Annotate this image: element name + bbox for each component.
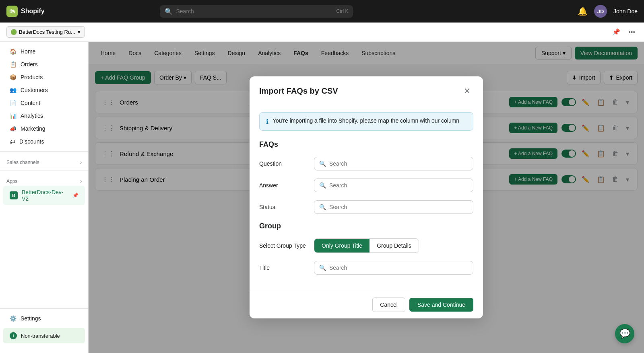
chat-icon: 💬 bbox=[619, 328, 630, 339]
title-field[interactable]: 🔍 bbox=[314, 261, 473, 275]
sidebar-divider-2 bbox=[0, 170, 88, 170]
question-label: Question bbox=[259, 160, 308, 167]
marketing-icon: 📣 bbox=[10, 125, 17, 132]
sidebar-label-customers: Customers bbox=[21, 87, 48, 93]
modal-body: ℹ You're importing a file into Shopify. … bbox=[250, 104, 483, 291]
sidebar-bottom: ⚙️ Settings i Non-transferable bbox=[0, 308, 88, 350]
sidebar-label-marketing: Marketing bbox=[21, 125, 45, 132]
faqs-section-title: FAQs bbox=[259, 140, 473, 149]
discounts-icon: 🏷 bbox=[10, 138, 15, 145]
info-icon: i bbox=[10, 332, 17, 339]
sidebar-item-orders[interactable]: 📋 Orders bbox=[3, 58, 85, 71]
sidebar-label-content: Content bbox=[21, 100, 40, 106]
modal-overlay: Import FAQs by CSV ✕ ℹ You're importing … bbox=[89, 42, 644, 353]
answer-search-icon: 🔍 bbox=[319, 182, 326, 189]
question-input[interactable] bbox=[329, 160, 468, 167]
top-right-actions: 🔔 JD John Doe bbox=[578, 5, 638, 18]
sidebar-item-customers[interactable]: 👥 Customers bbox=[3, 84, 85, 96]
save-and-continue-button[interactable]: Save and Continue bbox=[409, 298, 473, 312]
answer-row: Answer 🔍 bbox=[259, 179, 473, 192]
store-bar: 🟢 BetterDocs Testing Ru... ▾ 📌 ••• bbox=[0, 23, 644, 42]
chat-bubble-button[interactable]: 💬 bbox=[615, 324, 634, 343]
modal-close-button[interactable]: ✕ bbox=[460, 84, 473, 97]
customers-icon: 👥 bbox=[10, 87, 17, 93]
betterdocs-app-icon: B bbox=[10, 191, 18, 199]
sidebar-label-products: Products bbox=[21, 74, 43, 80]
group-type-only-title-button[interactable]: Only Group Title bbox=[314, 239, 369, 252]
shopify-logo: 🛍 Shopify bbox=[6, 6, 45, 17]
search-icon: 🔍 bbox=[165, 8, 173, 15]
info-banner: ℹ You're importing a file into Shopify. … bbox=[259, 112, 473, 131]
sales-channels-label: Sales channels bbox=[6, 160, 39, 165]
question-field[interactable]: 🔍 bbox=[314, 157, 473, 170]
global-search[interactable]: 🔍 Ctrl K bbox=[160, 5, 353, 18]
title-row: Title 🔍 bbox=[259, 261, 473, 275]
search-shortcut: Ctrl K bbox=[336, 8, 348, 14]
shopify-bag-icon: 🛍 bbox=[6, 6, 18, 17]
main-layout: 🏠 Home 📋 Orders 📦 Products 👥 Customers 📄… bbox=[0, 42, 644, 353]
apps-section: Apps › bbox=[0, 174, 88, 186]
sidebar-item-settings[interactable]: ⚙️ Settings bbox=[3, 312, 85, 325]
store-chevron: ▾ bbox=[78, 29, 80, 35]
content-area: Home Docs Categories Settings Design Ana… bbox=[89, 42, 644, 353]
non-transferable-banner: i Non-transferable bbox=[3, 328, 85, 343]
status-label: Status bbox=[259, 204, 308, 210]
info-banner-icon: ℹ bbox=[266, 118, 268, 125]
sidebar-label-home: Home bbox=[21, 48, 35, 55]
group-section-title: Group bbox=[259, 222, 473, 230]
group-type-row: Select Group Type Only Group Title Group… bbox=[259, 238, 473, 253]
username: John Doe bbox=[613, 8, 638, 14]
home-icon: 🏠 bbox=[10, 48, 17, 55]
modal-footer: Cancel Save and Continue bbox=[250, 291, 483, 318]
sidebar-item-analytics[interactable]: 📊 Analytics bbox=[3, 109, 85, 122]
modal-header: Import FAQs by CSV ✕ bbox=[250, 76, 483, 104]
title-label: Title bbox=[259, 265, 308, 271]
sidebar-item-products[interactable]: 📦 Products bbox=[3, 71, 85, 84]
brand-name: Shopify bbox=[21, 8, 45, 15]
group-type-group-details-button[interactable]: Group Details bbox=[369, 239, 419, 252]
sidebar-label-settings: Settings bbox=[21, 315, 41, 322]
answer-field[interactable]: 🔍 bbox=[314, 179, 473, 192]
store-pin-button[interactable]: 📌 bbox=[610, 26, 623, 38]
sidebar-divider-1 bbox=[0, 151, 88, 152]
sidebar-label-betterdocs: BetterDocs-Dev-V2 bbox=[22, 189, 68, 202]
sales-channels-chevron: › bbox=[80, 160, 82, 165]
sidebar-item-content[interactable]: 📄 Content bbox=[3, 96, 85, 109]
notifications-icon[interactable]: 🔔 bbox=[578, 6, 588, 16]
sales-channels-section: Sales channels › bbox=[0, 155, 88, 167]
store-dot-icon: 🟢 bbox=[11, 29, 17, 35]
sidebar-item-home[interactable]: 🏠 Home bbox=[3, 45, 85, 58]
products-icon: 📦 bbox=[10, 74, 17, 80]
sidebar-label-discounts: Discounts bbox=[19, 138, 44, 145]
store-name: BetterDocs Testing Ru... bbox=[19, 29, 75, 35]
sidebar-item-discounts[interactable]: 🏷 Discounts bbox=[3, 135, 85, 148]
store-selector[interactable]: 🟢 BetterDocs Testing Ru... ▾ bbox=[6, 26, 85, 38]
content-icon: 📄 bbox=[10, 100, 17, 106]
cancel-button[interactable]: Cancel bbox=[372, 298, 405, 312]
search-input[interactable] bbox=[176, 8, 333, 14]
title-search-icon: 🔍 bbox=[319, 265, 326, 271]
non-transferable-label: Non-transferable bbox=[21, 333, 60, 339]
sidebar-item-marketing[interactable]: 📣 Marketing bbox=[3, 122, 85, 135]
top-bar: 🛍 Shopify 🔍 Ctrl K 🔔 JD John Doe bbox=[0, 0, 644, 23]
sidebar-item-betterdocs[interactable]: B BetterDocs-Dev-V2 📌 bbox=[3, 186, 85, 205]
status-field[interactable]: 🔍 bbox=[314, 200, 473, 214]
answer-input[interactable] bbox=[329, 182, 468, 189]
sidebar: 🏠 Home 📋 Orders 📦 Products 👥 Customers 📄… bbox=[0, 42, 89, 353]
question-row: Question 🔍 bbox=[259, 157, 473, 170]
group-type-buttons: Only Group Title Group Details bbox=[314, 238, 419, 253]
apps-label: Apps bbox=[6, 179, 17, 184]
avatar: JD bbox=[594, 5, 607, 18]
orders-icon: 📋 bbox=[10, 61, 17, 68]
answer-label: Answer bbox=[259, 182, 308, 189]
pin-icon: 📌 bbox=[72, 193, 78, 198]
question-search-icon: 🔍 bbox=[319, 160, 326, 167]
modal-title: Import FAQs by CSV bbox=[259, 86, 338, 96]
import-csv-modal: Import FAQs by CSV ✕ ℹ You're importing … bbox=[250, 76, 483, 318]
sidebar-label-analytics: Analytics bbox=[21, 113, 43, 119]
analytics-icon: 📊 bbox=[10, 113, 17, 119]
title-input[interactable] bbox=[329, 265, 468, 271]
status-row: Status 🔍 bbox=[259, 200, 473, 214]
status-input[interactable] bbox=[329, 204, 468, 210]
store-more-button[interactable]: ••• bbox=[626, 26, 638, 38]
